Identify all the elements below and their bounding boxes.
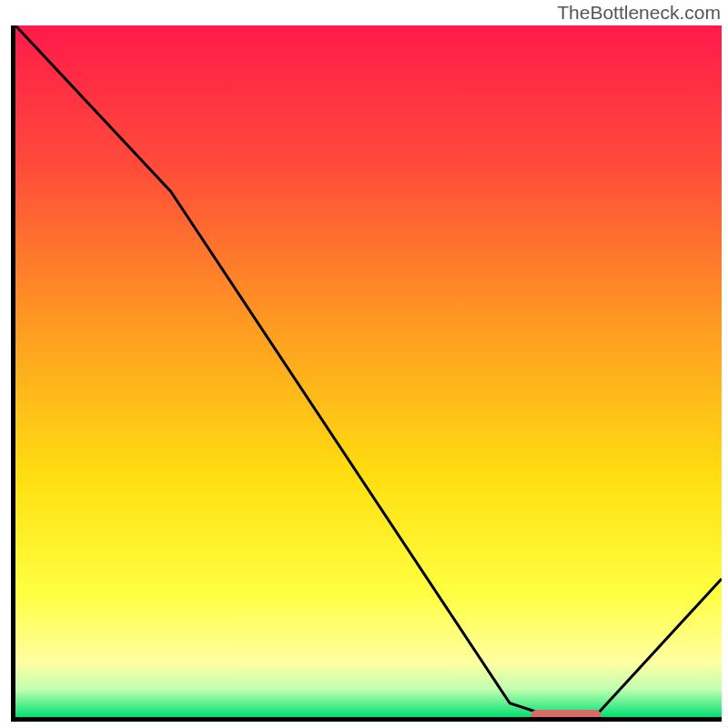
watermark-text: TheBottleneck.com	[557, 2, 721, 24]
optimal-range-marker	[531, 710, 602, 722]
chart-container: TheBottleneck.com	[0, 0, 728, 728]
plot-area	[11, 25, 722, 722]
bottleneck-curve	[15, 25, 722, 717]
